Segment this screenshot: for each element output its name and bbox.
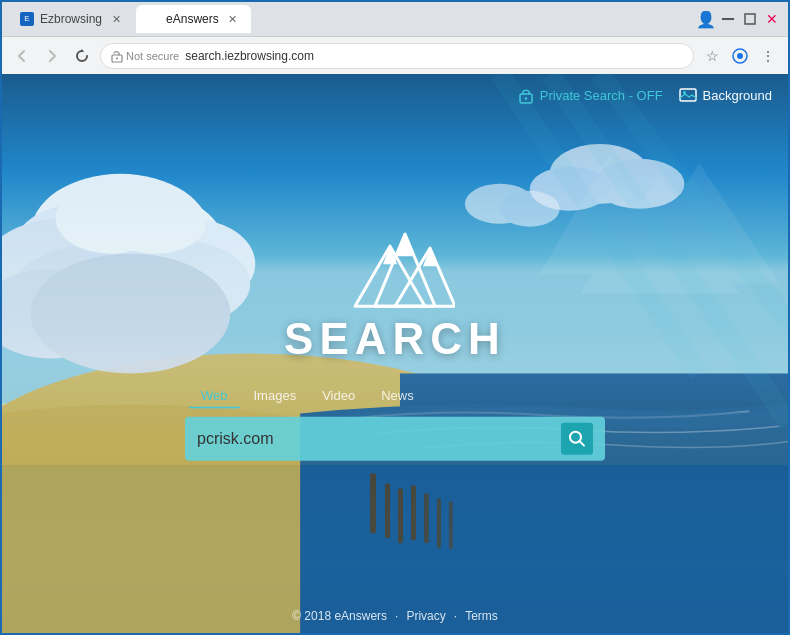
search-tabs: Web Images Video News xyxy=(185,383,426,408)
browser-window: E Ezbrowsing ✕ 🏔 eAnswers ✕ 👤 ✕ xyxy=(0,0,790,635)
background-label: Background xyxy=(703,88,772,103)
tab-favicon-eanswers: 🏔 xyxy=(146,12,160,26)
tab-news[interactable]: News xyxy=(369,383,426,408)
tab-web[interactable]: Web xyxy=(189,383,240,408)
private-search-button[interactable]: Private Search - OFF xyxy=(518,86,663,104)
not-secure-label: Not secure xyxy=(126,50,179,62)
svg-rect-1 xyxy=(745,14,755,24)
logo-container: SEARCH xyxy=(284,223,506,363)
search-box xyxy=(185,416,605,460)
tab-label-eanswers: eAnswers xyxy=(166,12,219,26)
close-button[interactable]: ✕ xyxy=(764,11,780,27)
address-bar: Not secure search.iezbrowsing.com ☆ ⋮ xyxy=(2,36,788,74)
svg-marker-45 xyxy=(395,248,455,306)
window-controls: 👤 ✕ xyxy=(698,11,780,27)
svg-rect-30 xyxy=(424,493,429,543)
svg-marker-47 xyxy=(395,234,415,256)
url-text: search.iezbrowsing.com xyxy=(185,49,683,63)
title-bar: E Ezbrowsing ✕ 🏔 eAnswers ✕ 👤 ✕ xyxy=(2,2,788,36)
svg-rect-29 xyxy=(411,485,416,540)
bookmark-star-icon[interactable]: ☆ xyxy=(700,44,724,68)
mountain-logo-icon xyxy=(335,223,455,313)
lock-open-icon xyxy=(111,49,123,63)
tabs-area: E Ezbrowsing ✕ 🏔 eAnswers ✕ xyxy=(10,5,690,33)
search-input[interactable] xyxy=(197,429,553,447)
minimize-button[interactable] xyxy=(720,11,736,27)
not-secure-indicator: Not secure xyxy=(111,49,179,63)
footer-privacy-link[interactable]: Privacy xyxy=(406,609,445,623)
page-footer: © 2018 eAnswers · Privacy · Terms xyxy=(292,609,498,623)
svg-rect-27 xyxy=(385,483,390,538)
svg-point-25 xyxy=(500,191,560,227)
background-button[interactable]: Background xyxy=(679,88,772,103)
svg-point-40 xyxy=(525,97,527,99)
back-button[interactable] xyxy=(10,44,34,68)
forward-button[interactable] xyxy=(40,44,64,68)
tab-close-ezbrowsing[interactable]: ✕ xyxy=(108,11,124,27)
tab-label-ezbrowsing: Ezbrowsing xyxy=(40,12,102,26)
private-search-label: Private Search - OFF xyxy=(540,88,663,103)
svg-point-5 xyxy=(737,53,743,59)
logo-text: SEARCH xyxy=(284,313,506,363)
tab-close-eanswers[interactable]: ✕ xyxy=(225,11,241,27)
profile-icon[interactable]: 👤 xyxy=(698,11,714,27)
svg-rect-26 xyxy=(370,473,376,533)
svg-rect-41 xyxy=(680,89,696,101)
address-input[interactable]: Not secure search.iezbrowsing.com xyxy=(100,43,694,69)
footer-copyright: © 2018 eAnswers xyxy=(292,609,387,623)
tab-favicon-ezbrowsing: E xyxy=(20,12,34,26)
svg-rect-32 xyxy=(449,501,453,549)
tab-eanswers[interactable]: 🏔 eAnswers ✕ xyxy=(136,5,251,33)
lock-icon xyxy=(518,86,534,104)
toolbar-right: ☆ ⋮ xyxy=(700,44,780,68)
svg-rect-28 xyxy=(398,488,403,543)
tab-ezbrowsing[interactable]: E Ezbrowsing ✕ xyxy=(10,5,134,33)
image-icon xyxy=(679,88,697,102)
svg-rect-0 xyxy=(722,18,734,20)
svg-rect-31 xyxy=(437,498,441,548)
more-options-icon[interactable]: ⋮ xyxy=(756,44,780,68)
maximize-button[interactable] xyxy=(742,11,758,27)
tab-video[interactable]: Video xyxy=(310,383,367,408)
tab-images[interactable]: Images xyxy=(242,383,309,408)
footer-terms-link[interactable]: Terms xyxy=(465,609,498,623)
center-content: SEARCH Web Images Video News xyxy=(185,223,605,460)
search-submit-button[interactable] xyxy=(561,422,593,454)
search-icon xyxy=(568,429,586,447)
refresh-button[interactable] xyxy=(70,44,94,68)
svg-point-3 xyxy=(116,57,118,59)
page-top-controls: Private Search - OFF Background xyxy=(518,86,772,104)
footer-sep-2: · xyxy=(454,609,457,623)
browser-content: Private Search - OFF Background xyxy=(2,74,788,633)
browser-icon[interactable] xyxy=(728,44,752,68)
svg-line-50 xyxy=(580,441,585,446)
footer-sep-1: · xyxy=(395,609,398,623)
